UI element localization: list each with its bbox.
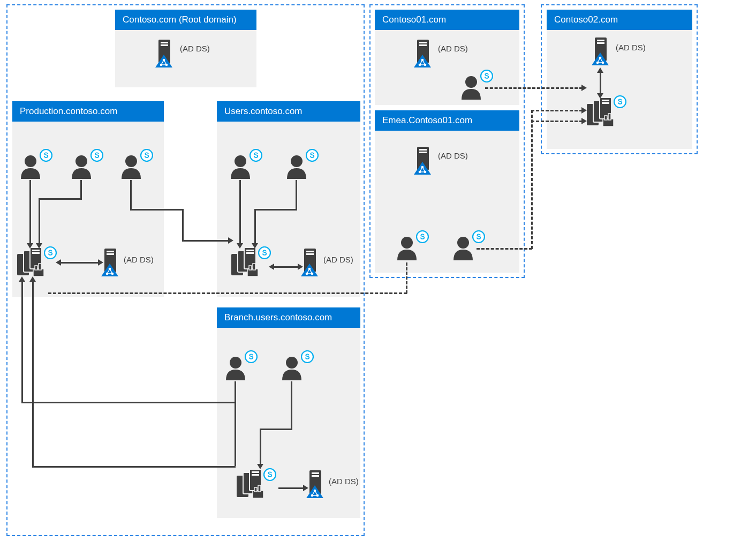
connector <box>296 180 297 210</box>
connector <box>29 180 31 244</box>
skype-icon <box>472 230 485 243</box>
connector <box>254 209 297 211</box>
skype-icon <box>140 149 153 162</box>
connector <box>39 198 82 200</box>
domain-production-title: Production.contoso.com <box>12 101 164 122</box>
skype-icon <box>245 350 258 363</box>
ad-label: (AD DS) <box>438 151 468 160</box>
connector <box>80 180 82 199</box>
connector <box>600 72 601 94</box>
ad-server-icon <box>155 39 173 70</box>
connector <box>21 281 23 403</box>
arrowhead-icon <box>56 259 61 266</box>
domain-branch-title: Branch.users.contoso.com <box>217 307 360 328</box>
arrowhead-icon <box>597 67 603 73</box>
user-icon <box>280 356 304 380</box>
domain-contoso01-title: Contoso01.com <box>375 10 519 30</box>
ad-label: (AD DS) <box>124 255 154 264</box>
arrowhead-icon <box>27 243 33 249</box>
arrowhead-icon <box>581 107 587 114</box>
arrowhead-icon <box>36 243 42 249</box>
user-icon <box>395 236 419 260</box>
ad-label: (AD DS) <box>616 43 646 52</box>
server-pool-icon <box>237 469 264 499</box>
arrowhead-icon <box>237 243 243 249</box>
skype-icon <box>301 350 314 363</box>
ad-server-icon <box>306 469 324 500</box>
domain-contoso02-title: Contoso02.com <box>547 10 692 30</box>
user-icon <box>451 236 475 260</box>
arrowhead-icon <box>581 85 587 91</box>
ad-server-icon <box>414 39 432 70</box>
connector <box>182 240 230 242</box>
skype-icon <box>263 468 276 481</box>
connector <box>39 198 40 244</box>
connector <box>182 209 184 241</box>
arrowhead-icon <box>228 237 233 244</box>
connector <box>21 402 236 403</box>
connector <box>260 429 292 430</box>
arrowhead-icon <box>269 264 274 270</box>
connector <box>273 266 299 268</box>
arrowhead-icon <box>19 276 25 282</box>
arrowhead-icon <box>597 93 603 99</box>
connector-dashed <box>406 262 407 294</box>
user-icon <box>224 356 247 380</box>
domain-contoso02: Contoso02.com <box>547 10 692 149</box>
connector <box>32 466 236 468</box>
connector <box>239 180 241 244</box>
connector-dashed <box>485 87 583 89</box>
connector <box>60 262 99 264</box>
user-icon <box>229 154 252 179</box>
connector <box>235 381 236 403</box>
skype-icon <box>416 230 429 243</box>
arrowhead-icon <box>303 485 308 491</box>
ad-label: (AD DS) <box>438 44 468 53</box>
user-icon <box>19 154 42 179</box>
ad-label: (AD DS) <box>180 44 210 53</box>
connector-dashed <box>477 248 532 250</box>
arrowhead-icon <box>257 464 263 469</box>
ad-label: (AD DS) <box>323 255 353 264</box>
domain-users-title: Users.contoso.com <box>217 101 360 122</box>
server-pool-icon <box>231 247 259 277</box>
user-icon <box>119 154 143 179</box>
connector-dashed <box>531 110 583 111</box>
domain-emea-title: Emea.Contoso01.com <box>375 110 519 131</box>
connector <box>32 281 34 468</box>
connector <box>130 209 184 211</box>
user-icon <box>459 75 483 100</box>
connector-dashed <box>531 121 583 122</box>
skype-icon <box>90 149 103 162</box>
connector-dashed <box>48 292 407 294</box>
domain-root-title: Contoso.com (Root domain) <box>115 10 256 30</box>
skype-icon <box>480 70 493 82</box>
domain-contoso01: Contoso01.com <box>375 10 519 105</box>
connector <box>260 429 261 465</box>
skype-icon <box>258 246 271 259</box>
arrowhead-icon <box>98 259 103 266</box>
skype-icon <box>614 95 626 108</box>
skype-icon <box>306 149 319 162</box>
arrowhead-icon <box>581 118 587 124</box>
connector <box>130 180 132 210</box>
arrowhead-icon <box>298 264 303 270</box>
skype-icon <box>40 149 52 162</box>
arrowhead-icon <box>252 243 258 249</box>
connector <box>278 487 304 489</box>
skype-icon <box>250 149 262 162</box>
user-icon <box>70 154 93 179</box>
server-pool-icon <box>587 97 615 127</box>
ad-server-icon <box>301 247 319 279</box>
server-pool-icon <box>17 247 45 277</box>
connector-dashed <box>531 110 533 249</box>
connector <box>291 381 292 430</box>
ad-server-icon <box>592 36 610 67</box>
user-icon <box>285 154 308 179</box>
skype-icon <box>44 246 57 259</box>
connector <box>254 209 256 244</box>
ad-label: (AD DS) <box>329 477 359 486</box>
arrowhead-icon <box>29 276 36 282</box>
ad-server-icon <box>101 247 119 279</box>
ad-server-icon <box>414 146 432 177</box>
